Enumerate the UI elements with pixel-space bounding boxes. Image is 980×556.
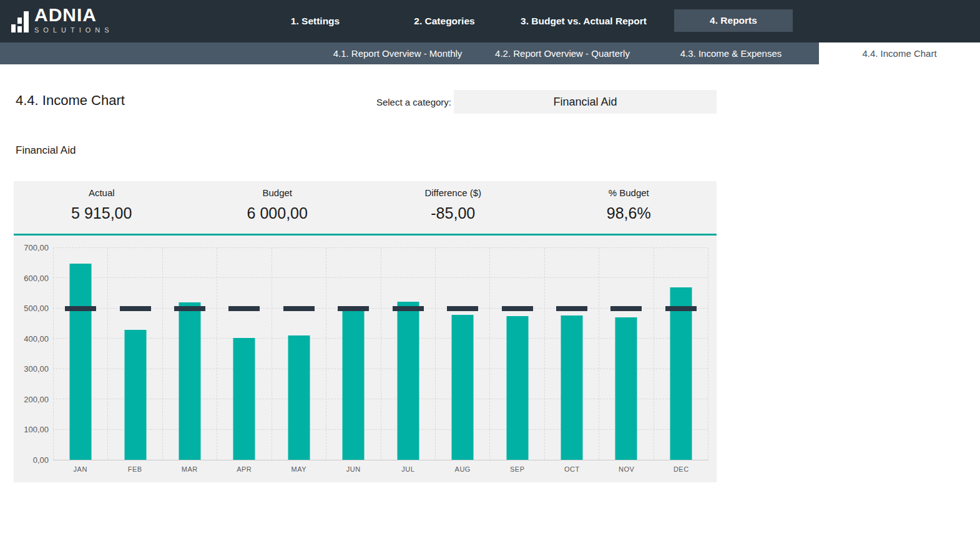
y-axis-label-0: 0,00 <box>14 456 49 465</box>
chart-cell-jun <box>326 248 380 460</box>
chart-cell-aug <box>435 248 489 460</box>
top-navigation-bar: ADNIA SOLUTIONS 1. Settings 2. Categorie… <box>0 0 980 42</box>
actual-bar-aug <box>452 315 474 460</box>
nav-item-settings[interactable]: 1. Settings <box>291 0 340 42</box>
x-axis-label-may: MAY <box>272 465 326 473</box>
summary-difference-value: -85,00 <box>431 204 475 222</box>
tab-report-overview-monthly[interactable]: 4.1. Report Overview - Monthly <box>333 42 463 64</box>
x-axis-label-apr: APR <box>217 465 272 473</box>
chart-subtitle: Financial Aid <box>16 144 76 157</box>
y-axis-label-400: 400,00 <box>14 335 49 344</box>
budget-marker-jun <box>338 306 369 311</box>
actual-bar-jun <box>343 306 365 460</box>
actual-bar-mar <box>179 302 201 460</box>
tab-report-overview-quarterly[interactable]: 4.2. Report Overview - Quarterly <box>495 42 630 64</box>
y-axis-label-500: 500,00 <box>14 304 49 313</box>
y-axis-label-200: 200,00 <box>14 395 49 404</box>
x-axis-label-mar: MAR <box>162 465 217 473</box>
chart-cell-feb <box>107 248 162 460</box>
summary-actual-label: Actual <box>89 187 115 198</box>
budget-marker-oct <box>556 306 587 311</box>
summary-pct-budget-value: 98,6% <box>607 204 651 222</box>
nav-item-reports[interactable]: 4. Reports <box>674 9 793 32</box>
x-axis-label-sep: SEP <box>490 465 545 473</box>
budget-marker-may <box>283 306 315 311</box>
y-axis-labels: 0,00100,00200,00300,00400,00500,00600,00… <box>14 236 49 482</box>
budget-marker-apr <box>228 306 260 311</box>
actual-bar-may <box>288 335 310 460</box>
x-axis-label-dec: DEC <box>654 465 709 473</box>
chart-cell-oct <box>544 248 599 460</box>
actual-bar-dec <box>670 287 692 460</box>
budget-marker-nov <box>610 306 642 311</box>
budget-marker-feb <box>120 306 151 311</box>
summary-actual-value: 5 915,00 <box>71 204 132 222</box>
summary-pct-budget-label: % Budget <box>609 187 649 198</box>
brand-name: ADNIA <box>34 6 114 24</box>
chart-cell-may <box>272 248 326 460</box>
summary-difference: Difference ($) -85,00 <box>365 181 541 234</box>
report-tabs-bar: 4.1. Report Overview - Monthly 4.2. Repo… <box>0 42 980 64</box>
x-axis-labels: JANFEBMARAPRMAYJUNJULAUGSEPOCTNOVDEC <box>53 465 708 473</box>
x-axis-label-nov: NOV <box>599 465 654 473</box>
chart-cell-jul <box>381 248 435 460</box>
summary-budget: Budget 6 000,00 <box>190 181 366 234</box>
tab-income-expenses[interactable]: 4.3. Income & Expenses <box>680 42 782 64</box>
brand-tagline: SOLUTIONS <box>34 26 114 34</box>
x-axis-label-jul: JUL <box>381 465 436 473</box>
nav-item-budget-vs-actual[interactable]: 3. Budget vs. Actual Report <box>521 0 647 42</box>
x-axis-label-oct: OCT <box>545 465 600 473</box>
summary-pct-budget: % Budget 98,6% <box>541 181 717 234</box>
chart-plot-area <box>53 248 708 460</box>
summary-budget-label: Budget <box>262 187 292 198</box>
budget-marker-dec <box>665 306 697 311</box>
x-axis-label-jun: JUN <box>326 465 381 473</box>
actual-bar-oct <box>561 315 583 460</box>
brand-logo: ADNIA SOLUTIONS <box>11 6 114 34</box>
y-axis-label-600: 600,00 <box>14 274 49 283</box>
summary-actual: Actual 5 915,00 <box>14 181 190 234</box>
summary-difference-label: Difference ($) <box>424 187 481 198</box>
actual-bar-sep <box>506 316 528 460</box>
category-select[interactable]: Financial Aid <box>454 90 717 114</box>
y-axis-label-100: 100,00 <box>14 425 49 434</box>
chart-cell-sep <box>489 248 544 460</box>
report-tabs-background: 4.1. Report Overview - Monthly 4.2. Repo… <box>0 42 819 64</box>
tab-income-chart-active[interactable]: 4.4. Income Chart <box>819 42 980 64</box>
page-title: 4.4. Income Chart <box>16 92 125 109</box>
chart-cell-apr <box>217 248 271 460</box>
actual-bar-apr <box>233 338 255 460</box>
actual-bar-jan <box>70 264 92 460</box>
budget-marker-aug <box>447 306 478 311</box>
budget-marker-mar <box>174 306 205 311</box>
actual-bar-feb <box>124 330 146 460</box>
summary-budget-value: 6 000,00 <box>247 204 308 222</box>
x-axis-label-feb: FEB <box>108 465 163 473</box>
chart-cell-nov <box>599 248 653 460</box>
actual-bar-nov <box>615 317 637 460</box>
bar-chart-logo-icon <box>11 11 29 34</box>
summary-strip: Actual 5 915,00 Budget 6 000,00 Differen… <box>14 181 717 236</box>
budget-marker-sep <box>502 306 533 311</box>
actual-bar-jul <box>397 302 419 460</box>
x-axis-label-aug: AUG <box>436 465 491 473</box>
income-bar-chart: 0,00100,00200,00300,00400,00500,00600,00… <box>14 236 717 482</box>
chart-cell-mar <box>162 248 217 460</box>
category-select-label: Select a category: <box>264 90 451 114</box>
chart-cell-dec <box>654 248 708 460</box>
budget-marker-jan <box>65 306 96 311</box>
y-axis-label-700: 700,00 <box>14 244 49 252</box>
nav-item-categories[interactable]: 2. Categories <box>414 0 474 42</box>
x-axis-label-jan: JAN <box>53 465 108 473</box>
chart-cell-jan <box>53 248 107 460</box>
budget-marker-jul <box>393 306 424 311</box>
y-axis-label-300: 300,00 <box>14 365 49 374</box>
